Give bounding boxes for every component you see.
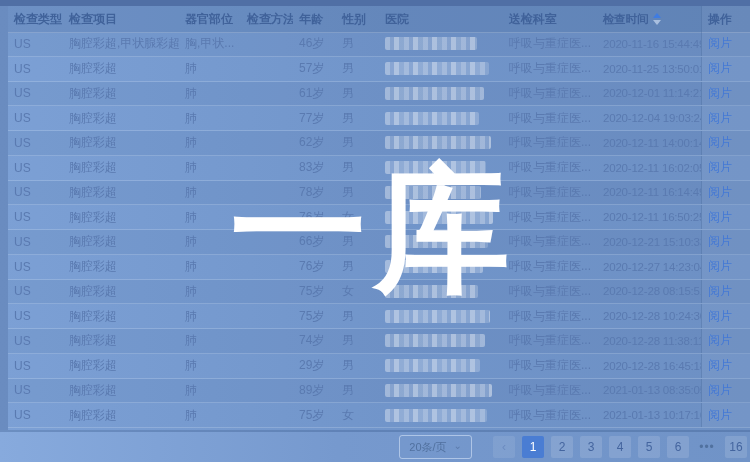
view-images-link[interactable]: 阅片: [708, 209, 732, 226]
page-size-select[interactable]: 20条/页 ⌄: [399, 435, 472, 459]
cell-part: 肺: [179, 131, 241, 155]
cell-department: 呼吸与重症医...: [503, 156, 597, 180]
cell-action: 阅片: [701, 230, 750, 254]
table-row: US胸腔彩超肺74岁男呼吸与重症医...2020-12-28 11:38:11阅…: [8, 329, 750, 354]
cell-type: US: [8, 403, 63, 427]
cell-type: US: [8, 280, 63, 304]
cell-age: 75岁: [293, 403, 336, 427]
cell-method: [241, 354, 293, 378]
view-images-link[interactable]: 阅片: [708, 159, 732, 176]
cell-department: 呼吸与重症医...: [503, 379, 597, 403]
cell-exam-time: 2020-12-01 11:14:21: [597, 82, 701, 106]
column-header-type: 检查类型: [8, 6, 63, 32]
view-images-link[interactable]: 阅片: [708, 308, 732, 325]
cell-project: 胸腔彩超: [63, 304, 179, 328]
view-images-link[interactable]: 阅片: [708, 35, 732, 52]
cell-project: 胸腔彩超: [63, 379, 179, 403]
cell-part: 肺: [179, 304, 241, 328]
page-button-4[interactable]: 4: [609, 436, 631, 458]
cell-gender: 男: [336, 82, 379, 106]
cell-department: 呼吸与重症医...: [503, 181, 597, 205]
view-images-link[interactable]: 阅片: [708, 85, 732, 102]
cell-hospital: [379, 106, 503, 130]
cell-exam-time: 2020-12-11 14:00:14: [597, 131, 701, 155]
cell-department: 呼吸与重症医...: [503, 329, 597, 353]
cell-type: US: [8, 230, 63, 254]
view-images-link[interactable]: 阅片: [708, 184, 732, 201]
cell-method: [241, 106, 293, 130]
page-button-5[interactable]: 5: [638, 436, 660, 458]
pagination-bar: 20条/页 ⌄ ‹123456•••16: [0, 430, 750, 462]
cell-project: 胸腔彩超: [63, 403, 179, 427]
view-images-link[interactable]: 阅片: [708, 357, 732, 374]
view-images-link[interactable]: 阅片: [708, 233, 732, 250]
cell-action: 阅片: [701, 156, 750, 180]
cell-exam-time: 2020-12-11 16:50:25: [597, 205, 701, 229]
page-button-16[interactable]: 16: [725, 436, 747, 458]
cell-project: 胸腔彩超: [63, 57, 179, 81]
cell-age: 62岁: [293, 131, 336, 155]
cell-part: 肺: [179, 106, 241, 130]
page-size-value: 20条/页: [409, 440, 446, 455]
page-ellipsis[interactable]: •••: [696, 436, 718, 458]
cell-exam-time: 2020-12-11 16:14:49: [597, 181, 701, 205]
page-button-2[interactable]: 2: [551, 436, 573, 458]
cell-action: 阅片: [701, 131, 750, 155]
cell-project: 胸腔彩超: [63, 230, 179, 254]
cell-age: 29岁: [293, 354, 336, 378]
cell-hospital: [379, 329, 503, 353]
cell-action: 阅片: [701, 354, 750, 378]
panel-left-border: [0, 6, 8, 430]
cell-type: US: [8, 57, 63, 81]
cell-project: 胸腔彩超: [63, 181, 179, 205]
cell-exam-time: 2021-01-13 08:35:05: [597, 379, 701, 403]
cell-action: 阅片: [701, 82, 750, 106]
cell-department: 呼吸与重症医...: [503, 403, 597, 427]
cell-department: 呼吸与重症医...: [503, 57, 597, 81]
cell-department: 呼吸与重症医...: [503, 230, 597, 254]
cell-part: 肺: [179, 354, 241, 378]
column-header-time[interactable]: 检查时间: [597, 6, 701, 32]
cell-action: 阅片: [701, 403, 750, 427]
cell-type: US: [8, 131, 63, 155]
view-images-link[interactable]: 阅片: [708, 283, 732, 300]
view-images-link[interactable]: 阅片: [708, 134, 732, 151]
view-images-link[interactable]: 阅片: [708, 60, 732, 77]
cell-part: 肺: [179, 379, 241, 403]
cell-method: [241, 379, 293, 403]
prev-page-button[interactable]: ‹: [493, 436, 515, 458]
cell-age: 75岁: [293, 304, 336, 328]
cell-part: 肺: [179, 82, 241, 106]
table-row: US胸腔彩超肺75岁男呼吸与重症医...2020-12-28 10:24:30阅…: [8, 304, 750, 329]
column-header-label: 检查类型: [14, 11, 62, 28]
hospital-redacted-blur: [385, 112, 479, 125]
hospital-redacted-blur: [385, 62, 489, 75]
cell-type: US: [8, 354, 63, 378]
cell-method: [241, 329, 293, 353]
view-images-link[interactable]: 阅片: [708, 332, 732, 349]
hospital-redacted-blur: [385, 409, 487, 422]
page-button-3[interactable]: 3: [580, 436, 602, 458]
view-images-link[interactable]: 阅片: [708, 382, 732, 399]
cell-action: 阅片: [701, 304, 750, 328]
cell-type: US: [8, 329, 63, 353]
cell-age: 46岁: [293, 32, 336, 56]
column-header-label: 检查时间: [603, 12, 648, 27]
cell-hospital: [379, 354, 503, 378]
cell-department: 呼吸与重症医...: [503, 280, 597, 304]
page-button-1[interactable]: 1: [522, 436, 544, 458]
cell-department: 呼吸与重症医...: [503, 354, 597, 378]
view-images-link[interactable]: 阅片: [708, 258, 732, 275]
view-images-link[interactable]: 阅片: [708, 110, 732, 127]
view-images-link[interactable]: 阅片: [708, 407, 732, 424]
cell-method: [241, 82, 293, 106]
table-row: US胸腔彩超肺57岁男呼吸与重症医...2020-11-25 13:50:01阅…: [8, 57, 750, 82]
cell-gender: 男: [336, 131, 379, 155]
cell-gender: 男: [336, 32, 379, 56]
page-button-6[interactable]: 6: [667, 436, 689, 458]
cell-method: [241, 57, 293, 81]
cell-exam-time: 2020-11-16 15:44:49: [597, 32, 701, 56]
cell-action: 阅片: [701, 280, 750, 304]
cell-part: 肺: [179, 329, 241, 353]
cell-project: 胸腔彩超: [63, 280, 179, 304]
